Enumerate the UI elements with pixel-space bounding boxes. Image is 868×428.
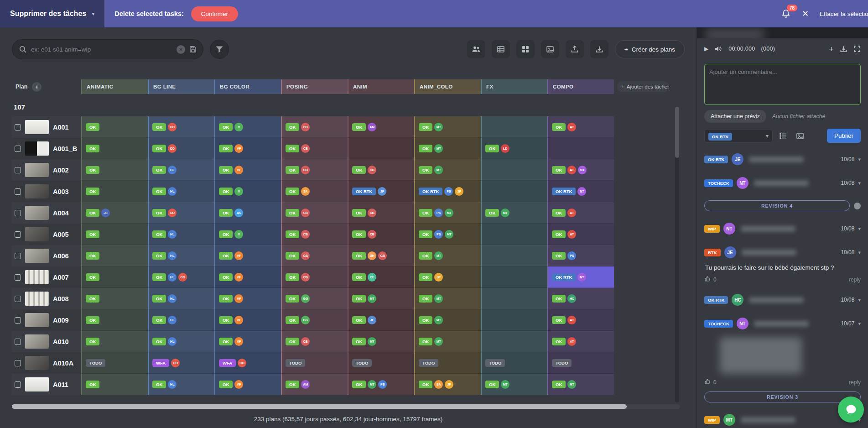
task-cell-anim_colo[interactable]: OK RTKPSJP bbox=[414, 181, 481, 202]
shot-thumbnail[interactable] bbox=[25, 356, 49, 370]
reply-button[interactable]: reply bbox=[849, 379, 861, 386]
thumbnails-button[interactable] bbox=[541, 40, 559, 58]
task-cell-bgcolor[interactable]: OKVF bbox=[214, 331, 281, 352]
task-cell-compo[interactable]: OKAT bbox=[547, 116, 614, 138]
task-cell-anim[interactable] bbox=[348, 138, 414, 159]
shot-thumbnail[interactable] bbox=[25, 377, 49, 391]
shot-name[interactable]: A009 bbox=[53, 317, 69, 324]
task-cell-bgline[interactable]: OKHL bbox=[148, 224, 214, 245]
comment-header[interactable]: TOCHECKNT10/08▾ bbox=[704, 171, 861, 195]
chevron-down-icon[interactable]: ▾ bbox=[858, 157, 861, 162]
shot-name[interactable]: A007 bbox=[53, 274, 69, 281]
row-checkbox[interactable] bbox=[15, 188, 21, 195]
task-cell-anim_colo[interactable]: OKPSMT bbox=[414, 202, 481, 224]
comment-header[interactable]: WIPMT▾ bbox=[704, 408, 861, 428]
task-cell-anim[interactable]: OKCE bbox=[348, 266, 414, 288]
column-header-bgcolor[interactable]: BG COLOR bbox=[214, 79, 281, 94]
column-header-anim[interactable]: ANIM bbox=[348, 79, 414, 94]
download-preview-icon[interactable] bbox=[840, 45, 847, 53]
search-input[interactable] bbox=[31, 46, 172, 53]
task-cell-anim_colo[interactable]: OKMT bbox=[414, 138, 481, 159]
shot-thumbnail[interactable] bbox=[25, 249, 49, 263]
column-header-bgline[interactable]: BG LINE bbox=[148, 79, 214, 94]
task-cell-bgcolor[interactable]: OKVF bbox=[214, 374, 281, 395]
shot-name[interactable]: A001 bbox=[53, 124, 69, 131]
task-cell-anim[interactable]: OKMTPS bbox=[348, 374, 414, 395]
task-cell-bgcolor[interactable]: OKVF bbox=[214, 288, 281, 309]
column-header-compo[interactable]: COMPO bbox=[547, 79, 614, 94]
task-cell-fx[interactable]: OKMT bbox=[481, 202, 547, 224]
play-icon[interactable]: ▶ bbox=[704, 46, 708, 52]
reply-button[interactable]: reply bbox=[849, 277, 861, 283]
table-view-button[interactable] bbox=[492, 40, 510, 58]
task-cell-compo[interactable]: OK RTKNT bbox=[547, 181, 614, 202]
shot-thumbnail[interactable] bbox=[25, 206, 49, 220]
task-cell-anim[interactable]: OKAM bbox=[348, 116, 414, 138]
task-cell-anim_colo[interactable]: OKMT bbox=[414, 159, 481, 181]
task-cell-anim_colo[interactable]: OKPSMT bbox=[414, 224, 481, 245]
attach-preview-button[interactable]: Attacher une préviz bbox=[704, 110, 766, 123]
task-cell-fx[interactable] bbox=[481, 181, 547, 202]
row-checkbox[interactable] bbox=[15, 339, 21, 345]
task-cell-posing[interactable]: OKCB bbox=[281, 331, 348, 352]
task-cell-fx[interactable] bbox=[481, 224, 547, 245]
comment-input[interactable] bbox=[704, 64, 861, 105]
task-cell-posing[interactable]: OKCB bbox=[281, 224, 348, 245]
task-cell-animatic[interactable]: OK bbox=[81, 374, 148, 395]
filter-button[interactable] bbox=[210, 40, 229, 59]
task-cell-anim_colo[interactable]: OKSAJP bbox=[414, 374, 481, 395]
task-cell-animatic[interactable]: OK bbox=[81, 138, 148, 159]
task-cell-animatic[interactable]: OK bbox=[81, 309, 148, 331]
task-cell-animatic[interactable]: OK bbox=[81, 224, 148, 245]
task-cell-posing[interactable]: OKCB bbox=[281, 245, 348, 266]
task-cell-animatic[interactable]: TODO bbox=[81, 352, 148, 374]
row-checkbox[interactable] bbox=[15, 231, 21, 238]
task-cell-posing[interactable]: OKGG bbox=[281, 288, 348, 309]
shot-name[interactable]: A004 bbox=[53, 209, 69, 217]
task-cell-bgcolor[interactable]: OKV bbox=[214, 116, 281, 138]
task-cell-posing[interactable]: OKCB bbox=[281, 202, 348, 224]
task-cell-bgcolor[interactable]: OKV bbox=[214, 224, 281, 245]
save-search-icon[interactable] bbox=[189, 46, 197, 53]
thumb-up-icon[interactable] bbox=[704, 276, 711, 283]
row-checkbox[interactable] bbox=[15, 210, 21, 216]
task-cell-anim_colo[interactable]: OKMT bbox=[414, 331, 481, 352]
task-cell-animatic[interactable]: OKJE bbox=[81, 202, 148, 224]
task-cell-anim[interactable]: OKJF bbox=[348, 309, 414, 331]
task-cell-anim_colo[interactable]: OKMT bbox=[414, 116, 481, 138]
task-cell-anim[interactable]: OKDHCB bbox=[348, 245, 414, 266]
shot-name[interactable]: A003 bbox=[53, 188, 69, 195]
task-cell-compo[interactable]: OKAT bbox=[547, 202, 614, 224]
task-cell-compo[interactable]: OKAT bbox=[547, 331, 614, 352]
add-preview-icon[interactable]: + bbox=[829, 45, 834, 53]
task-cell-compo[interactable]: OKPS bbox=[547, 245, 614, 266]
shot-name[interactable]: A008 bbox=[53, 295, 69, 303]
task-cell-bgline[interactable]: OKHL bbox=[148, 181, 214, 202]
chevron-down-icon[interactable]: ▾ bbox=[858, 297, 861, 303]
shot-thumbnail[interactable] bbox=[25, 292, 49, 306]
shot-name[interactable]: A001_B bbox=[53, 145, 77, 152]
task-cell-posing[interactable]: OKCB bbox=[281, 138, 348, 159]
thumb-up-icon[interactable] bbox=[704, 378, 711, 386]
import-button[interactable] bbox=[566, 40, 584, 58]
team-button[interactable] bbox=[467, 40, 485, 58]
task-cell-fx[interactable]: OKLD bbox=[481, 138, 547, 159]
attach-image-button[interactable] bbox=[794, 130, 806, 142]
comment-header[interactable]: WIPNT10/08▾ bbox=[704, 217, 861, 240]
task-cell-bgline[interactable]: OKHL bbox=[148, 245, 214, 266]
shot-thumbnail[interactable] bbox=[25, 141, 49, 156]
task-cell-bgline[interactable]: OKHL bbox=[148, 159, 214, 181]
task-cell-fx[interactable] bbox=[481, 116, 547, 138]
task-cell-animatic[interactable]: OK bbox=[81, 331, 148, 352]
task-cell-anim_colo[interactable]: OKMT bbox=[414, 245, 481, 266]
chevron-down-icon[interactable]: ▾ bbox=[858, 321, 861, 327]
task-cell-bgline[interactable]: OKHLCO bbox=[148, 266, 214, 288]
task-cell-bgcolor[interactable]: OKVF bbox=[214, 245, 281, 266]
task-cell-bgcolor[interactable]: OKVF bbox=[214, 159, 281, 181]
task-cell-animatic[interactable]: OK bbox=[81, 116, 148, 138]
shot-thumbnail[interactable] bbox=[25, 313, 49, 327]
task-cell-fx[interactable] bbox=[481, 309, 547, 331]
notifications-button[interactable]: 78 bbox=[781, 9, 791, 19]
shot-name[interactable]: A005 bbox=[53, 231, 69, 238]
shot-thumbnail[interactable] bbox=[25, 334, 49, 349]
